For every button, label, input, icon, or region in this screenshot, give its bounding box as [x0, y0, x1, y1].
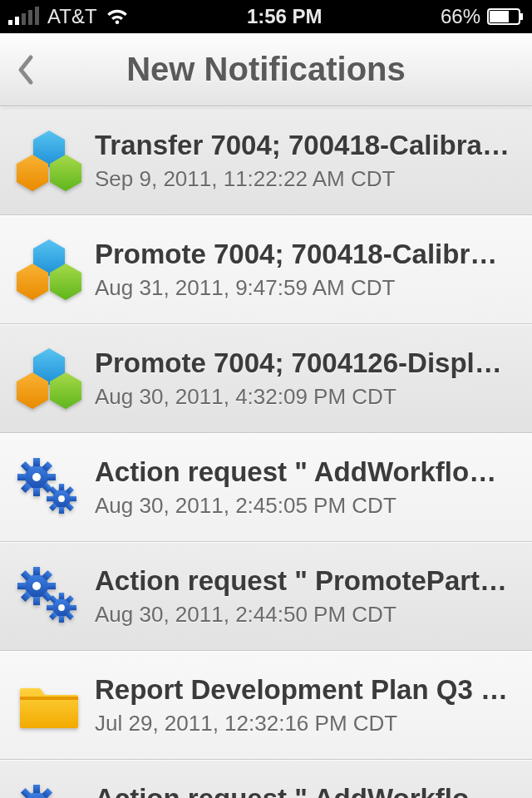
notification-text: Action request " AddWorkflowTask " compl…	[95, 456, 519, 519]
svg-rect-45	[47, 604, 53, 609]
battery-percent: 66%	[441, 5, 480, 28]
statusbar-left: AT&T	[8, 5, 129, 28]
clock: 1:56 PM	[247, 5, 323, 28]
battery-icon	[487, 8, 524, 25]
svg-rect-23	[59, 484, 64, 490]
notification-row[interactable]: Promote 7004; 7004126-Display Assembly R…	[0, 324, 532, 433]
notification-title: Promote 7004; 700418-Calibration Fixture…	[95, 239, 512, 270]
notification-timestamp: Aug 30, 2011, 2:45:05 PM CDT	[95, 493, 512, 519]
gears-icon	[15, 782, 95, 799]
wifi-icon	[106, 7, 129, 26]
svg-rect-33	[33, 567, 40, 575]
hex-cluster-icon	[15, 347, 95, 411]
svg-rect-16	[47, 474, 56, 480]
notification-title: Transfer 7004; 700418-Calibration Fixtur…	[95, 130, 512, 161]
svg-rect-35	[17, 583, 26, 589]
notification-text: Action request " AddWorkflowTask " compl…	[95, 783, 519, 798]
notification-timestamp: Aug 31, 2011, 9:47:59 AM CDT	[95, 275, 512, 301]
folder-icon	[15, 673, 95, 738]
notification-title: Action request " AddWorkflowTask " compl…	[95, 783, 512, 798]
notification-timestamp: Jul 29, 2011, 12:32:16 PM CDT	[95, 711, 512, 736]
carrier-label: AT&T	[47, 5, 97, 28]
notification-text: Action request " PromotePart " completed…	[95, 565, 519, 628]
svg-rect-13	[33, 458, 40, 466]
notification-title: Action request " AddWorkflowTask " compl…	[95, 456, 512, 488]
notification-title: Promote 7004; 7004126-Display Assembly R…	[95, 347, 512, 379]
chevron-left-icon	[16, 54, 34, 86]
notification-timestamp: Sep 9, 2011, 11:22:22 AM CDT	[95, 166, 512, 192]
signal-strength-icon	[8, 8, 39, 25]
header: New Notifications	[0, 33, 532, 106]
svg-point-41	[32, 582, 41, 590]
svg-rect-36	[47, 583, 56, 589]
notification-text: Promote 7004; 7004126-Display Assembly R…	[95, 347, 519, 410]
svg-rect-46	[70, 604, 76, 609]
svg-rect-54	[33, 785, 40, 793]
svg-rect-14	[33, 488, 40, 496]
svg-rect-43	[59, 593, 64, 599]
notification-list: Transfer 7004; 700418-Calibration Fixtur…	[0, 106, 532, 798]
notification-row[interactable]: Action request " AddWorkflowTask " compl…	[0, 760, 532, 798]
back-button[interactable]	[0, 33, 50, 106]
notification-timestamp: Aug 30, 2011, 2:44:50 PM CDT	[95, 602, 512, 628]
svg-rect-2	[520, 13, 523, 20]
notification-timestamp: Aug 30, 2011, 4:32:09 PM CDT	[95, 384, 512, 410]
hex-cluster-icon	[15, 238, 95, 303]
svg-rect-15	[17, 474, 26, 480]
notification-title: Action request " PromotePart " completed	[95, 565, 512, 597]
svg-rect-52	[20, 697, 78, 700]
svg-rect-34	[33, 597, 40, 605]
statusbar-right: 66%	[441, 5, 524, 28]
gears-icon	[15, 456, 95, 520]
notification-row[interactable]: Promote 7004; 700418-Calibration Fixture…	[0, 215, 532, 324]
svg-point-51	[58, 604, 65, 611]
svg-rect-44	[59, 616, 64, 623]
notification-text: Report Development Plan Q3 2011 Jul 29, …	[95, 674, 519, 736]
page-title: New Notifications	[0, 51, 532, 88]
hex-cluster-icon	[15, 129, 95, 194]
notification-row[interactable]: Report Development Plan Q3 2011 Jul 29, …	[0, 651, 532, 760]
svg-point-21	[32, 473, 41, 481]
notification-row[interactable]: Transfer 7004; 700418-Calibration Fixtur…	[0, 106, 532, 215]
notification-text: Promote 7004; 700418-Calibration Fixture…	[95, 239, 519, 301]
gears-icon	[15, 564, 95, 629]
svg-rect-24	[59, 507, 64, 514]
svg-rect-1	[490, 11, 509, 22]
statusbar: AT&T 1:56 PM 66%	[0, 0, 532, 33]
svg-rect-26	[70, 495, 76, 500]
notification-title: Report Development Plan Q3 2011	[95, 674, 512, 706]
svg-point-31	[58, 495, 65, 502]
svg-rect-25	[47, 495, 53, 500]
notification-row[interactable]: Action request " AddWorkflowTask " compl…	[0, 433, 532, 542]
notification-row[interactable]: Action request " PromotePart " completed…	[0, 542, 532, 651]
notification-text: Transfer 7004; 700418-Calibration Fixtur…	[95, 130, 519, 192]
